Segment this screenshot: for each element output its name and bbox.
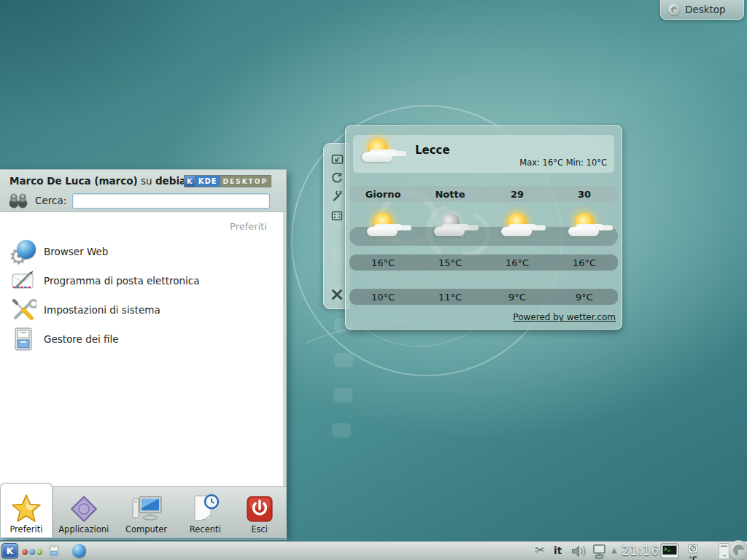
kickoff-user-title: Marco De Luca (marco) su debian: [9, 175, 193, 187]
weather-tray-icon[interactable]: °C: [684, 542, 702, 560]
systray-expand-icon[interactable]: ▲: [611, 546, 617, 554]
weather-header: Lecce Max: 16°C Min: 10°C: [353, 135, 614, 173]
klipper-scissors-icon[interactable]: ✂: [535, 542, 545, 557]
crossed-tools-icon: [10, 297, 36, 323]
kickoff-menu: Marco De Luca (marco) su debian K KDE DE…: [0, 169, 287, 538]
desktop-toolbox[interactable]: Desktop: [660, 0, 744, 20]
green-dot-icon[interactable]: [36, 549, 42, 555]
day-temp: 16°C: [551, 257, 618, 268]
taskbar: K ✂ it ▲ 21:16 °C: [0, 541, 747, 560]
file-manager-launcher-icon[interactable]: [47, 544, 61, 560]
badge-desktop-label: DESKTOP: [220, 176, 271, 187]
sun-cloud-icon: [500, 211, 535, 243]
user-name: Marco De Luca (marco): [9, 175, 138, 187]
moon-cloud-icon: [433, 211, 468, 243]
weather-icon-row: [349, 208, 618, 246]
apps-diamond-icon: [70, 491, 98, 523]
kickoff-tab-bar: Preferiti Applicazioni Computer Recenti: [0, 486, 286, 537]
kickoff-header: Marco De Luca (marco) su debian K KDE DE…: [0, 170, 286, 212]
title-connector: su: [138, 175, 155, 187]
kde-logo-icon: K: [185, 176, 196, 187]
weather-max-min: Max: 16°C Min: 10°C: [519, 158, 607, 168]
keyboard-layout-indicator[interactable]: it: [554, 545, 562, 556]
sun-cloud-icon: [365, 211, 400, 243]
binoculars-icon: [7, 192, 29, 209]
tab-label: Computer: [125, 524, 167, 534]
day-temp: 16°C: [484, 257, 551, 268]
resize-icon[interactable]: [330, 152, 344, 166]
col-30: 30: [551, 189, 618, 200]
wetter-credit-link[interactable]: Powered by wetter.com: [513, 312, 616, 322]
tab-computer[interactable]: Computer: [115, 487, 178, 537]
web-browser-globe-icon: ⚙: [10, 238, 36, 265]
favorite-item-mail[interactable]: Programma di posta elettronica: [0, 266, 283, 295]
favorite-item-label: Programma di posta elettronica: [44, 275, 199, 287]
tab-label: Recenti: [190, 524, 221, 534]
power-icon: [246, 491, 274, 523]
panel-widget-sliver[interactable]: [719, 543, 729, 559]
tab-label: Esci: [251, 524, 268, 534]
search-label: Cerca:: [35, 195, 66, 206]
file-cabinet-icon: [10, 326, 36, 352]
weather-day-temps: 16°C 15°C 16°C 16°C: [349, 254, 618, 271]
kde-desktop-badge: K KDE DESKTOP: [184, 175, 271, 187]
favorite-item-label: Browser Web: [44, 246, 108, 257]
mail-envelope-icon: [10, 268, 36, 294]
night-temp: 11°C: [417, 292, 484, 303]
terminal-tray-icon[interactable]: [660, 543, 679, 560]
night-temp: 10°C: [349, 292, 417, 303]
close-icon[interactable]: [330, 288, 344, 301]
kde-menu-button[interactable]: K: [1, 543, 18, 559]
night-temp: 9°C: [551, 292, 618, 303]
favorites-list: ⚙ Browser Web: [0, 237, 283, 354]
tab-esci[interactable]: Esci: [233, 487, 286, 537]
col-29: 29: [484, 189, 551, 200]
tab-preferiti[interactable]: Preferiti: [0, 483, 53, 537]
tab-applicazioni[interactable]: Applicazioni: [53, 487, 115, 537]
maximize-icon[interactable]: [330, 209, 344, 222]
night-temp: 9°C: [484, 292, 551, 303]
plasma-cashew-icon[interactable]: [668, 4, 680, 15]
favorite-item-label: Impostazioni di sistema: [44, 304, 160, 316]
tab-label: Applicazioni: [58, 524, 109, 534]
tab-recenti[interactable]: Recenti: [177, 487, 233, 537]
kickoff-body: Preferiti ⚙ Browser Web: [0, 212, 286, 486]
digital-clock[interactable]: 21:16: [622, 543, 659, 558]
volume-icon[interactable]: [571, 545, 588, 560]
favorite-item-browser-web[interactable]: ⚙ Browser Web: [0, 237, 283, 266]
network-monitor-icon[interactable]: [591, 544, 608, 560]
weather-column-headers: Giorno Notte 29 30: [349, 186, 618, 202]
favorite-item-label: Gestore dei file: [44, 333, 119, 345]
rotate-icon[interactable]: [330, 171, 344, 184]
weather-widget: Lecce Max: 16°C Min: 10°C Giorno Notte 2…: [345, 125, 622, 330]
weather-night-temps: 10°C 11°C 9°C 9°C: [349, 289, 618, 305]
tab-label: Preferiti: [9, 524, 42, 534]
kickoff-search-row: Cerca:: [7, 192, 270, 209]
favorite-item-file-manager[interactable]: Gestore dei file: [0, 324, 283, 354]
star-icon: [11, 491, 42, 523]
favorites-section-label: Preferiti: [230, 221, 267, 232]
day-temp: 16°C: [349, 257, 417, 268]
day-temp: 15°C: [417, 257, 484, 268]
settings-wrench-icon[interactable]: [330, 190, 344, 203]
desktop-root: Desktop Marco De Luca (marco) su debian …: [0, 0, 747, 560]
red-dot-icon[interactable]: [22, 549, 28, 555]
col-notte: Notte: [417, 189, 484, 200]
panel-cashew-icon[interactable]: [729, 540, 747, 560]
search-input[interactable]: [72, 193, 270, 209]
recent-document-clock-icon: [190, 491, 220, 523]
badge-kde-label: KDE: [196, 176, 220, 187]
col-giorno: Giorno: [349, 189, 417, 200]
blue-dot-icon[interactable]: [29, 549, 35, 555]
web-browser-launcher-icon[interactable]: [72, 544, 86, 558]
computer-monitor-icon: [131, 491, 163, 523]
weather-city: Lecce: [415, 144, 450, 157]
sun-cloud-icon: [567, 211, 602, 243]
tray-temp-unit: °C: [684, 556, 702, 560]
desktop-toolbox-label: Desktop: [685, 4, 726, 15]
favorite-item-system-settings[interactable]: Impostazioni di sistema: [0, 295, 283, 324]
